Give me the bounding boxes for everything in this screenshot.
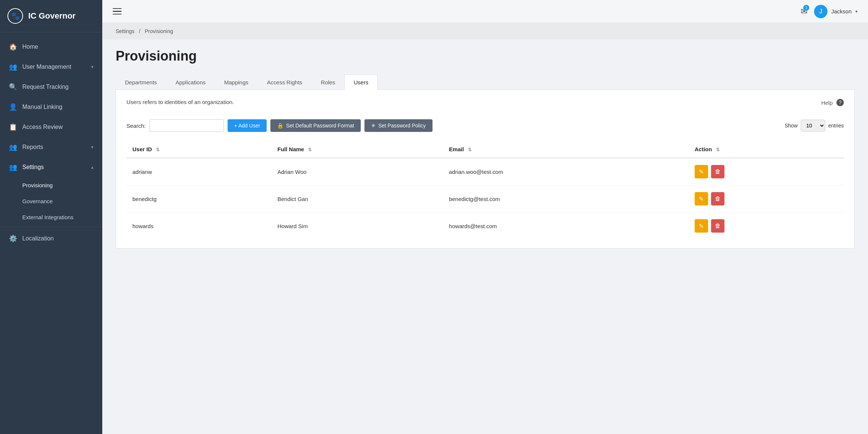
- sort-email-icon[interactable]: ⇅: [468, 147, 472, 152]
- help-icon[interactable]: ?: [836, 99, 844, 106]
- asterisk-icon: ✳: [371, 123, 376, 129]
- access-review-icon: 📋: [9, 123, 17, 131]
- edit-button[interactable]: ✎: [695, 219, 708, 233]
- manual-linking-icon: 👤: [9, 103, 17, 111]
- sidebar-item-home[interactable]: 🏠 Home: [0, 37, 102, 57]
- help-label[interactable]: Help: [821, 100, 833, 106]
- cell-action: ✎ 🗑: [689, 158, 844, 185]
- sidebar-item-localization[interactable]: ⚙️ Localization: [0, 229, 102, 249]
- sidebar-item-manual-linking-label: Manual Linking: [22, 104, 93, 110]
- edit-button[interactable]: ✎: [695, 165, 708, 178]
- table-row: howards Howard Sim howards@test.com ✎ 🗑: [126, 213, 844, 240]
- user-dropdown-arrow-icon: ▾: [855, 9, 858, 14]
- set-default-password-format-button[interactable]: 🔒 Set Default Password Format: [270, 119, 361, 132]
- delete-button[interactable]: 🗑: [711, 219, 724, 233]
- set-password-policy-label: Set Password Policy: [378, 123, 426, 129]
- action-buttons: ✎ 🗑: [695, 219, 838, 233]
- sidebar-item-user-management[interactable]: 👥 User Management ▾: [0, 57, 102, 77]
- search-input[interactable]: [150, 119, 224, 132]
- table-row: adrianw Adrian Woo adrian.woo@test.com ✎…: [126, 158, 844, 185]
- logo-area: 🐾 IC Governor: [0, 0, 102, 32]
- tab-content-users: Users refers to identities of an organiz…: [116, 90, 855, 249]
- users-table: User ID ⇅ Full Name ⇅ Email ⇅ Action: [126, 141, 844, 239]
- sidebar-item-reports[interactable]: 👥 Reports ▾: [0, 137, 102, 157]
- sidebar-item-home-label: Home: [22, 43, 93, 50]
- sort-action-icon[interactable]: ⇅: [716, 147, 720, 152]
- col-user-id: User ID ⇅: [126, 141, 271, 158]
- cell-full-name: Adrian Woo: [271, 158, 443, 185]
- sidebar-sub-external-integrations[interactable]: External Integrations: [22, 209, 102, 225]
- cell-action: ✎ 🗑: [689, 213, 844, 240]
- settings-submenu: Provisioning Governance External Integra…: [0, 177, 102, 225]
- edit-button[interactable]: ✎: [695, 192, 708, 205]
- delete-button[interactable]: 🗑: [711, 192, 724, 205]
- show-entries-area: Show 10 25 50 100 entries: [785, 120, 844, 132]
- logo-symbol: 🐾: [11, 12, 20, 20]
- page-title: Provisioning: [116, 48, 855, 64]
- cell-email: howards@test.com: [443, 213, 688, 240]
- sort-user-id-icon[interactable]: ⇅: [156, 147, 160, 152]
- hamburger-line-1: [113, 8, 122, 9]
- sidebar-item-request-tracking[interactable]: 🔍 Request Tracking: [0, 77, 102, 97]
- user-name: Jackson: [831, 8, 852, 14]
- show-label: Show: [785, 123, 798, 129]
- cell-user-id: howards: [126, 213, 271, 240]
- user-initial: J: [819, 8, 822, 15]
- set-password-policy-button[interactable]: ✳ Set Password Policy: [364, 119, 433, 132]
- home-icon: 🏠: [9, 43, 17, 51]
- table-row: benedictg Bendict Gan benedictg@test.com…: [126, 185, 844, 213]
- cell-user-id: adrianw: [126, 158, 271, 185]
- sidebar-nav: 🏠 Home 👥 User Management ▾ 🔍 Request Tra…: [0, 32, 102, 434]
- sidebar-item-manual-linking[interactable]: 👤 Manual Linking: [0, 97, 102, 117]
- sidebar-item-access-review-label: Access Review: [22, 124, 93, 130]
- sort-full-name-icon[interactable]: ⇅: [308, 147, 312, 152]
- user-menu[interactable]: J Jackson ▾: [814, 5, 858, 18]
- lock-icon: 🔒: [277, 123, 283, 129]
- sidebar-item-settings-label: Settings: [22, 164, 86, 171]
- action-buttons: ✎ 🗑: [695, 165, 838, 178]
- settings-icon: 👥: [9, 163, 17, 171]
- tab-roles[interactable]: Roles: [312, 74, 344, 90]
- reports-chevron-icon: ▾: [91, 145, 93, 150]
- sidebar-sub-governance[interactable]: Governance: [22, 193, 102, 209]
- logo-icon: 🐾: [7, 8, 23, 24]
- reports-icon: 👥: [9, 143, 17, 151]
- cell-full-name: Howard Sim: [271, 213, 443, 240]
- tab-users[interactable]: Users: [344, 74, 377, 90]
- hamburger-line-2: [113, 11, 122, 12]
- tab-departments[interactable]: Departments: [116, 74, 166, 90]
- sidebar: 🐾 IC Governor 🏠 Home 👥 User Management ▾…: [0, 0, 102, 434]
- user-management-icon: 👥: [9, 63, 17, 71]
- entries-select[interactable]: 10 25 50 100: [801, 120, 825, 132]
- mail-badge: 1: [803, 5, 809, 11]
- main-area: ✉ 1 J Jackson ▾ Settings / Provisioning …: [102, 0, 868, 434]
- action-buttons: ✎ 🗑: [695, 192, 838, 205]
- localization-icon: ⚙️: [9, 234, 17, 243]
- search-label: Search:: [126, 123, 146, 129]
- hamburger-button[interactable]: [113, 8, 122, 15]
- sidebar-item-request-tracking-label: Request Tracking: [22, 84, 93, 90]
- mail-button[interactable]: ✉ 1: [801, 7, 807, 16]
- sidebar-item-settings[interactable]: 👥 Settings ▴: [0, 157, 102, 177]
- hamburger-line-3: [113, 14, 122, 15]
- breadcrumb-current: Provisioning: [145, 28, 173, 34]
- tab-applications[interactable]: Applications: [166, 74, 215, 90]
- delete-button[interactable]: 🗑: [711, 165, 724, 178]
- topbar: ✉ 1 J Jackson ▾: [102, 0, 868, 23]
- cell-user-id: benedictg: [126, 185, 271, 213]
- tab-description: Users refers to identities of an organiz…: [126, 99, 234, 105]
- sidebar-item-access-review[interactable]: 📋 Access Review: [0, 117, 102, 137]
- cell-email: benedictg@test.com: [443, 185, 688, 213]
- avatar: J: [814, 5, 827, 18]
- breadcrumb-parent[interactable]: Settings: [116, 28, 135, 34]
- add-user-button[interactable]: + Add User: [228, 119, 267, 132]
- breadcrumb: Settings / Provisioning: [102, 23, 868, 39]
- sidebar-item-user-management-label: User Management: [22, 64, 86, 70]
- col-email: Email ⇅: [443, 141, 688, 158]
- tab-access-rights[interactable]: Access Rights: [258, 74, 312, 90]
- tab-mappings[interactable]: Mappings: [215, 74, 258, 90]
- app-name: IC Governor: [28, 11, 75, 21]
- sidebar-item-localization-label: Localization: [22, 235, 93, 242]
- cell-full-name: Bendict Gan: [271, 185, 443, 213]
- sidebar-sub-provisioning[interactable]: Provisioning: [22, 177, 102, 193]
